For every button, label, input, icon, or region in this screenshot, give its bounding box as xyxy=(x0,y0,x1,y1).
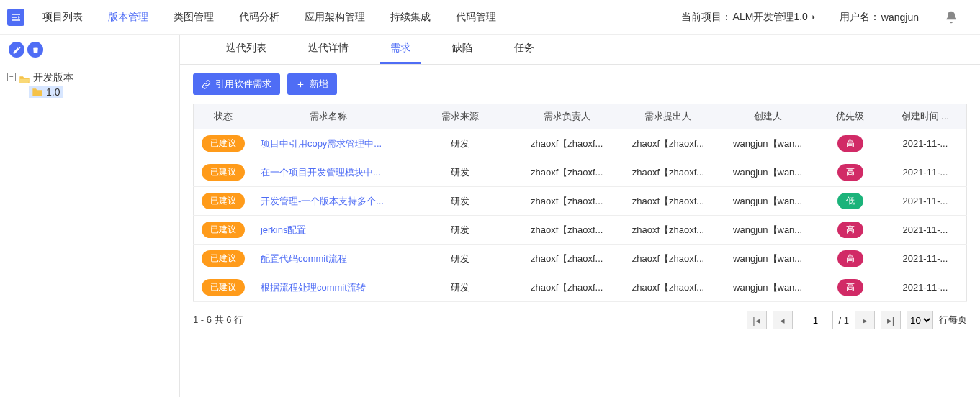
priority-badge: 高 xyxy=(837,250,863,267)
nav-item[interactable]: 项目列表 xyxy=(42,11,83,24)
table-header-cell[interactable]: 状态 xyxy=(194,104,253,129)
cell-proposer: zhaoxf【zhaoxf... xyxy=(618,216,719,245)
sub-tab[interactable]: 迭代列表 xyxy=(216,42,277,64)
priority-badge: 高 xyxy=(837,279,863,296)
link-icon xyxy=(202,80,211,89)
cell-owner: zhaoxf【zhaoxf... xyxy=(516,273,618,302)
status-badge: 已建议 xyxy=(202,222,245,238)
table-header-cell[interactable]: 优先级 xyxy=(817,104,884,129)
folder-open-icon xyxy=(19,72,30,82)
pager-page-input[interactable] xyxy=(799,311,833,329)
cite-requirement-button[interactable]: 引用软件需求 xyxy=(193,73,280,95)
sub-tabs: 迭代列表迭代详情需求缺陷任务 xyxy=(180,35,980,65)
cell-time: 2021-11-... xyxy=(884,129,967,158)
table-header-cell[interactable]: 创建时间 ... xyxy=(884,104,967,129)
cell-proposer: zhaoxf【zhaoxf... xyxy=(618,245,719,273)
pager-total: / 1 xyxy=(839,315,849,326)
requirement-name-link[interactable]: 根据流程处理commit流转 xyxy=(253,273,404,302)
nav-item[interactable]: 应用架构管理 xyxy=(305,11,365,24)
cell-proposer: zhaoxf【zhaoxf... xyxy=(618,273,719,302)
cell-proposer: zhaoxf【zhaoxf... xyxy=(618,129,719,158)
pager-last-icon[interactable]: ▸| xyxy=(881,311,901,329)
nav-item[interactable]: 类图管理 xyxy=(174,11,214,24)
sub-tab[interactable]: 任务 xyxy=(504,42,544,64)
pager-prev-icon[interactable]: ◂ xyxy=(773,311,793,329)
cell-source: 研发 xyxy=(403,187,516,216)
cell-creator: wangjun【wan... xyxy=(719,187,817,216)
cell-owner: zhaoxf【zhaoxf... xyxy=(516,245,618,273)
nav-item[interactable]: 代码分析 xyxy=(239,11,279,24)
sidebar: − 开发版本 1.0 xyxy=(0,35,180,397)
table-header-cell[interactable]: 需求名称 xyxy=(253,104,404,129)
cell-source: 研发 xyxy=(403,129,516,158)
priority-badge: 高 xyxy=(837,164,863,181)
add-label: 新增 xyxy=(310,78,328,91)
tree-root-label: 开发版本 xyxy=(33,68,73,86)
username-value: wangjun xyxy=(881,12,919,23)
status-badge: 已建议 xyxy=(202,193,245,209)
current-project-name[interactable]: ALM开发管理1.0 xyxy=(733,11,808,24)
cell-owner: zhaoxf【zhaoxf... xyxy=(516,129,618,158)
cell-proposer: zhaoxf【zhaoxf... xyxy=(618,158,719,187)
nav-item[interactable]: 持续集成 xyxy=(390,11,431,24)
add-button[interactable]: 新增 xyxy=(287,73,337,95)
table-row: 已建议在一个项目开发管理模块中...研发zhaoxf【zhaoxf...zhao… xyxy=(194,158,967,187)
sub-tab[interactable]: 需求 xyxy=(380,42,421,64)
tree-root[interactable]: − 开发版本 xyxy=(7,68,179,86)
table-header-cell[interactable]: 创建人 xyxy=(719,104,817,129)
toolbar: 引用软件需求 新增 xyxy=(180,65,980,104)
table-row: 已建议开发管理-一个版本支持多个...研发zhaoxf【zhaoxf...zha… xyxy=(194,187,967,216)
cell-source: 研发 xyxy=(403,273,516,302)
requirement-name-link[interactable]: jerkins配置 xyxy=(253,216,404,245)
priority-badge: 高 xyxy=(837,135,863,152)
cell-creator: wangjun【wan... xyxy=(719,216,817,245)
collapse-sidebar-icon[interactable] xyxy=(7,9,24,26)
cell-creator: wangjun【wan... xyxy=(719,273,817,302)
table-header-cell[interactable]: 需求来源 xyxy=(403,104,516,129)
cell-proposer: zhaoxf【zhaoxf... xyxy=(618,187,719,216)
nav-item[interactable]: 代码管理 xyxy=(456,11,496,24)
requirement-name-link[interactable]: 项目中引用copy需求管理中... xyxy=(253,129,404,158)
cite-label: 引用软件需求 xyxy=(215,78,271,91)
folder-icon xyxy=(32,87,43,97)
priority-badge: 高 xyxy=(837,222,863,238)
cell-time: 2021-11-... xyxy=(884,187,967,216)
notification-bell-icon[interactable] xyxy=(944,10,958,24)
cell-time: 2021-11-... xyxy=(884,158,967,187)
topbar: 项目列表版本管理类图管理代码分析应用架构管理持续集成代码管理 当前项目： ALM… xyxy=(0,0,980,35)
priority-badge: 低 xyxy=(837,193,863,209)
pager-next-icon[interactable]: ▸ xyxy=(855,311,875,329)
sub-tab[interactable]: 缺陷 xyxy=(442,42,482,64)
edit-icon[interactable] xyxy=(9,42,24,58)
cell-owner: zhaoxf【zhaoxf... xyxy=(516,158,618,187)
table-header-cell[interactable]: 需求负责人 xyxy=(516,104,618,129)
tree-collapse-icon[interactable]: − xyxy=(7,73,16,81)
nav-item[interactable]: 版本管理 xyxy=(108,11,148,24)
chevron-right-icon[interactable] xyxy=(809,13,818,22)
cell-creator: wangjun【wan... xyxy=(719,129,817,158)
cell-source: 研发 xyxy=(403,216,516,245)
cell-source: 研发 xyxy=(403,158,516,187)
cell-owner: zhaoxf【zhaoxf... xyxy=(516,216,618,245)
requirement-name-link[interactable]: 在一个项目开发管理模块中... xyxy=(253,158,404,187)
table-header-cell[interactable]: 需求提出人 xyxy=(618,104,719,129)
current-project-label: 当前项目： xyxy=(681,11,732,24)
pager-summary: 1 - 6 共 6 行 xyxy=(193,314,243,327)
delete-icon[interactable] xyxy=(27,42,43,58)
pager-size-select[interactable]: 10 xyxy=(907,311,933,329)
cell-creator: wangjun【wan... xyxy=(719,245,817,273)
pager-first-icon[interactable]: |◂ xyxy=(747,311,767,329)
tree-child-selected[interactable]: 1.0 xyxy=(29,86,63,98)
status-badge: 已建议 xyxy=(202,164,245,181)
cell-creator: wangjun【wan... xyxy=(719,158,817,187)
requirement-name-link[interactable]: 配置代码commit流程 xyxy=(253,245,404,273)
status-badge: 已建议 xyxy=(202,279,245,296)
requirement-name-link[interactable]: 开发管理-一个版本支持多个... xyxy=(253,187,404,216)
sub-tab[interactable]: 迭代详情 xyxy=(298,42,359,64)
tree-child-label: 1.0 xyxy=(46,86,60,98)
table-row: 已建议jerkins配置研发zhaoxf【zhaoxf...zhaoxf【zha… xyxy=(194,216,967,245)
table-row: 已建议根据流程处理commit流转研发zhaoxf【zhaoxf...zhaox… xyxy=(194,273,967,302)
cell-time: 2021-11-... xyxy=(884,216,967,245)
status-badge: 已建议 xyxy=(202,135,245,152)
cell-time: 2021-11-... xyxy=(884,245,967,273)
